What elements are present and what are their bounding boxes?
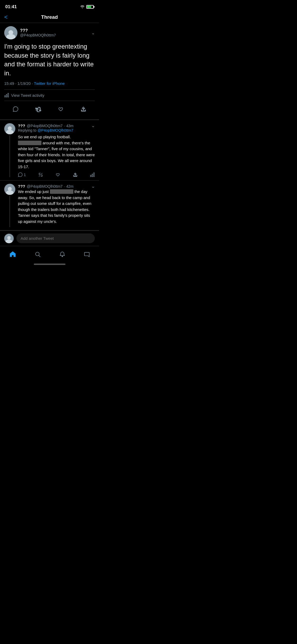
- thread-line: [10, 135, 10, 177]
- reply-2-text-before: We ended up just: [18, 189, 50, 194]
- reply-1-reply-count: 1: [24, 173, 26, 177]
- compose-input[interactable]: [16, 233, 95, 243]
- replying-to-1-handle[interactable]: @P4opBMOQlh0ttm7: [37, 128, 73, 132]
- tweet-meta: 15:49 · 1/19/20 · Twitter for iPhone: [4, 81, 95, 86]
- reply-1-avatar[interactable]: [4, 123, 15, 134]
- tweet-activity-row[interactable]: View Tweet activity: [4, 89, 95, 101]
- svg-rect-3: [6, 94, 7, 97]
- nav-search[interactable]: [30, 249, 46, 259]
- replying-to-1: Replying to @P4opBMOQlh0ttm7: [18, 128, 95, 132]
- svg-rect-6: [92, 174, 93, 177]
- reply-1-time: · 43m: [64, 124, 73, 128]
- status-bar: 01:41: [0, 0, 99, 12]
- like-button[interactable]: [56, 104, 66, 114]
- reply-1-text-before: So we end up playing football.: [18, 135, 71, 139]
- reply-1-retweet-icon: [38, 172, 43, 177]
- tweet-timestamp: 15:49 · 1/19/20 ·: [4, 81, 34, 86]
- nav-notifications[interactable]: [54, 249, 70, 259]
- retweet-button[interactable]: [33, 104, 43, 114]
- share-icon: [81, 106, 86, 112]
- share-button[interactable]: [78, 104, 88, 114]
- bottom-nav: [0, 246, 99, 261]
- avatar: [4, 26, 17, 39]
- reply-2-author-handle: @P4opBMOQlh0ttm7: [27, 184, 63, 188]
- svg-rect-2: [5, 96, 6, 97]
- compose-bar: [0, 231, 99, 246]
- tweet-body: I'm going to stop greentexting because t…: [4, 42, 95, 77]
- reply-section: ??? @P4opBMOQlh0ttm7 · 43m ⌄ Replying to…: [0, 120, 99, 231]
- reply-1-share-btn[interactable]: [73, 172, 78, 177]
- reply-2-author-name: ???: [18, 184, 25, 188]
- svg-rect-5: [90, 175, 91, 177]
- svg-line-9: [39, 256, 40, 257]
- reply-2-body: We ended up just ░░░░░░░░ the day away. …: [18, 189, 95, 224]
- reply-1-top-row: ??? @P4opBMOQlh0ttm7 · 43m ⌄: [18, 123, 95, 128]
- reply-1-like-icon: [55, 172, 60, 177]
- thread-left: [4, 123, 15, 177]
- tweet-source-link[interactable]: Twitter for iPhone: [34, 81, 65, 86]
- wifi-icon: [80, 5, 85, 9]
- reply-1-author-handle: @P4opBMOQlh0ttm7: [27, 124, 63, 128]
- reply-2-content: ??? @P4opBMOQlh0ttm7 · 42m ⌄ We ended up…: [18, 184, 95, 227]
- reply-1-actions: 1: [18, 172, 95, 177]
- home-indicator-bar: [34, 264, 65, 265]
- like-icon: [58, 106, 64, 112]
- tweet-author-row: ??? @P4opBMOQlh0ttm7 ⌄: [4, 26, 95, 39]
- reply-1-more-button[interactable]: ⌄: [91, 123, 95, 128]
- svg-rect-7: [93, 173, 94, 177]
- reply-tweet-2: ??? @P4opBMOQlh0ttm7 · 42m ⌄ We ended up…: [0, 181, 99, 231]
- retweet-icon: [35, 106, 41, 112]
- compose-avatar: [4, 234, 14, 243]
- reply-1-content: ??? @P4opBMOQlh0ttm7 · 43m ⌄ Replying to…: [18, 123, 95, 177]
- reply-button[interactable]: [11, 104, 21, 114]
- reply-2-name-row: ??? @P4opBMOQlh0ttm7 · 42m: [18, 184, 73, 188]
- status-icons: [80, 5, 94, 9]
- tweet-author-left[interactable]: ??? @P4opBMOQlh0ttm7: [4, 26, 56, 39]
- reply-1-name-row: ??? @P4opBMOQlh0ttm7 · 43m: [18, 123, 73, 128]
- battery-icon: [86, 5, 94, 9]
- reply-2-more-button[interactable]: ⌄: [91, 184, 95, 189]
- svg-point-0: [82, 8, 83, 8]
- reply-2-top-row: ??? @P4opBMOQlh0ttm7 · 42m ⌄: [18, 184, 95, 189]
- status-time: 01:41: [5, 4, 17, 10]
- reply-2-text-after: the day away. So, we head back to the ca…: [18, 189, 91, 224]
- back-button[interactable]: <: [4, 14, 8, 21]
- thread-left-2: [4, 184, 15, 227]
- home-icon: [9, 251, 16, 258]
- header: < Thread: [0, 12, 99, 23]
- battery-fill: [87, 6, 91, 8]
- reply-1-body: So we end up playing football. ░░░░░░░░ …: [18, 134, 95, 170]
- reply-2-redacted: ░░░░░░░░: [50, 189, 73, 194]
- reply-2-avatar[interactable]: [4, 184, 15, 195]
- main-tweet: ??? @P4opBMOQlh0ttm7 ⌄ I'm going to stop…: [0, 23, 99, 120]
- thread-line-2: [10, 196, 10, 227]
- reply-1-reply-icon: [18, 172, 23, 177]
- reply-2-time: · 42m: [64, 184, 73, 188]
- tweet-actions: [4, 102, 95, 116]
- messages-icon: [84, 251, 90, 257]
- reply-1-stats-btn[interactable]: [90, 172, 95, 177]
- reply-tweet-1: ??? @P4opBMOQlh0ttm7 · 43m ⌄ Replying to…: [0, 120, 99, 181]
- reply-icon: [13, 106, 18, 112]
- reply-1-redacted: ░░░░░░░░: [18, 141, 41, 145]
- svg-point-8: [36, 252, 39, 256]
- svg-rect-4: [8, 93, 9, 97]
- reply-1-stats-icon: [90, 172, 95, 177]
- tweet-activity-label[interactable]: View Tweet activity: [11, 93, 44, 98]
- reply-1-like-btn[interactable]: [55, 172, 60, 177]
- search-icon: [35, 251, 41, 257]
- author-name: ???: [20, 28, 56, 33]
- home-indicator: [0, 261, 99, 266]
- more-options-button[interactable]: ⌄: [91, 30, 95, 35]
- nav-home[interactable]: [4, 249, 21, 260]
- reply-1-reply-btn[interactable]: 1: [18, 172, 26, 177]
- notifications-icon: [59, 251, 65, 257]
- reply-1-retweet-btn[interactable]: [38, 172, 43, 177]
- svg-marker-1: [89, 6, 90, 8]
- reply-1-share-icon: [73, 172, 78, 177]
- nav-messages[interactable]: [79, 249, 95, 259]
- page-title: Thread: [41, 14, 58, 20]
- author-info: ??? @P4opBMOQlh0ttm7: [20, 28, 56, 37]
- activity-bar-icon: [4, 93, 9, 98]
- reply-1-author-name: ???: [18, 123, 25, 128]
